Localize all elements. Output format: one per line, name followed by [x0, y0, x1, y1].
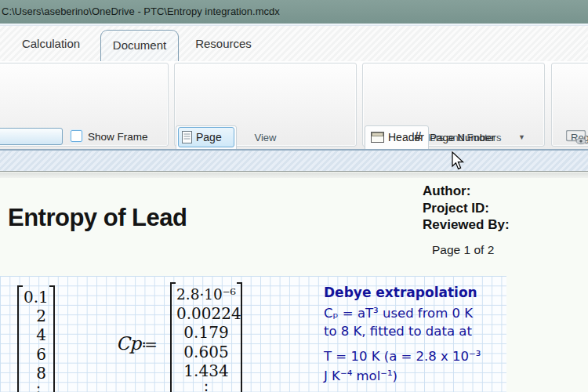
matrix-bracket-right — [49, 285, 55, 392]
matrix-ellipsis: ⋮ — [24, 383, 50, 392]
tab-calculation[interactable]: Calculation — [16, 26, 86, 61]
show-frame-label: Show Frame — [88, 131, 148, 143]
annotation-line: to 8 K, fitted to data at — [324, 322, 512, 340]
page-number-label: Page Number — [430, 132, 495, 143]
chevron-down-icon: ▼ — [518, 133, 525, 141]
debye-annotation-region[interactable]: Debye extrapolation Cₚ = aT³ used from 0… — [324, 284, 512, 386]
region-visibility-icon — [566, 130, 587, 146]
author-label: Author: — [423, 183, 510, 200]
page-indicator: Page 1 of 2 — [432, 243, 494, 257]
matrix-cell: 2.8·10⁻⁶ — [176, 285, 236, 304]
matrix-cell: 8 — [24, 364, 50, 383]
matrix-cell: 0.179 — [176, 323, 236, 342]
cp-definition[interactable]: Cp≔ — [116, 333, 158, 354]
annotation-line: T = 10 K (a = 2.8 x 10⁻³ — [324, 347, 512, 366]
page-button-label: Page — [196, 131, 222, 143]
matrix-cell: 2 — [24, 307, 50, 325]
matrix-cell: 1.434 — [176, 361, 236, 380]
matrix-bracket-right — [237, 282, 242, 392]
tab-document[interactable]: Document — [100, 30, 179, 61]
assign-operator: ≔ — [141, 335, 158, 354]
matrix-bracket-left — [17, 285, 23, 392]
matrix-cell: 6 — [24, 345, 50, 364]
project-id-label: Project ID: — [423, 200, 510, 217]
cp-matrix-region[interactable]: 2.8·10⁻⁶ 0.00224 0.179 0.605 1.434 ⋮ — [170, 282, 242, 392]
mouse-cursor — [452, 151, 465, 170]
annotation-title: Debye extrapolation — [324, 284, 512, 302]
ribbon: Show Frame Fine ▼ or Gridlines View Page — [0, 61, 588, 149]
ribbon-tabstrip: Calculation Document Resources — [0, 26, 588, 61]
temperature-matrix-region[interactable]: 0.1 2 4 6 8 ⋮ — [17, 285, 55, 392]
reviewed-by-label: Reviewed By: — [423, 216, 510, 234]
page-number-dropdown[interactable]: # Page Number ▼ — [412, 129, 525, 145]
hash-icon: # — [412, 129, 424, 145]
matrix-cell: 4 — [24, 325, 50, 344]
page-view-button[interactable]: Page — [178, 127, 234, 147]
tab-resources[interactable]: Resources — [188, 26, 259, 61]
show-regions-button[interactable] — [566, 130, 587, 146]
cp-variable: Cp — [116, 333, 141, 354]
band-shadow — [0, 172, 588, 178]
header-icon — [371, 132, 384, 143]
show-frame-checkbox[interactable] — [71, 130, 82, 142]
worksheet: Entropy of Lead Author: Project ID: Revi… — [0, 178, 588, 392]
page-margin-band — [0, 151, 588, 172]
matrix-bracket-left — [170, 282, 176, 392]
mathcad-window: C:\Users\aseberino\OneDrive - PTC\Entrop… — [0, 0, 588, 392]
header-meta-block: Author: Project ID: Reviewed By: — [423, 183, 510, 234]
matrix-cell: 0.605 — [176, 343, 236, 361]
page-icon — [182, 131, 192, 143]
window-title: C:\Users\aseberino\OneDrive - PTC\Entrop… — [2, 5, 280, 17]
annotation-line: J K⁻⁴ mol⁻¹) — [324, 366, 512, 386]
titlebar: C:\Users\aseberino\OneDrive - PTC\Entrop… — [0, 0, 588, 24]
document-heading: Entropy of Lead — [8, 204, 187, 232]
matrix-cell: 0.1 — [24, 288, 50, 307]
ribbon-combo-input[interactable] — [0, 128, 63, 145]
matrix-cell: 0.00224 — [176, 304, 236, 323]
annotation-line: Cₚ = aT³ used from 0 K — [324, 304, 512, 322]
matrix-ellipsis: ⋮ — [176, 380, 236, 392]
